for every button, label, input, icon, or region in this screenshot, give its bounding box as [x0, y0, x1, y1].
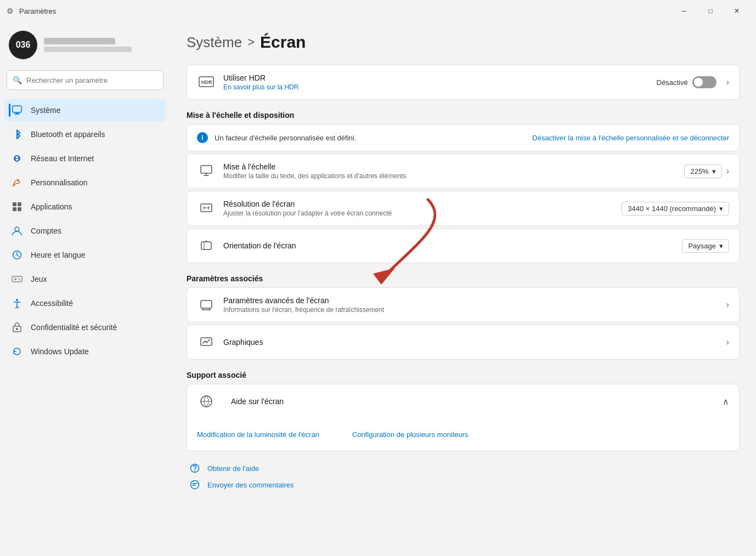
gaming-icon [11, 273, 23, 285]
personalization-icon [11, 177, 23, 189]
orientation-value: Paysage [688, 242, 716, 250]
params-avances-chevron[interactable]: › [726, 300, 729, 310]
info-banner-link[interactable]: Désactiver la mise à l'échelle personnal… [532, 134, 729, 142]
sidebar-item-comptes[interactable]: Comptes [4, 219, 166, 242]
privacy-icon [11, 321, 23, 333]
sidebar-item-comptes-label: Comptes [31, 226, 61, 235]
svg-point-9 [15, 227, 19, 231]
feedback-icon [189, 479, 201, 491]
orientation-card: Orientation de l'écran Paysage ▾ [187, 228, 740, 263]
svg-rect-30 [201, 300, 212, 308]
app-title: Paramètres [19, 7, 56, 15]
svg-point-18 [16, 299, 18, 301]
support-link-moniteurs[interactable]: Configuration de plusieurs moniteurs [352, 426, 469, 443]
aide-ecran-icon [197, 392, 216, 411]
sidebar-item-reseau-label: Réseau et Internet [31, 154, 94, 163]
sidebar-item-jeux[interactable]: Jeux [4, 268, 166, 291]
sidebar-item-systeme[interactable]: Système [4, 99, 166, 122]
params-avances-subtitle: Informations sur l'écran, fréquence de r… [223, 306, 726, 314]
feedback-link[interactable]: Envoyer des commentaires [189, 479, 737, 491]
aide-ecran-header[interactable]: Aide sur l'écran ∧ [187, 384, 739, 418]
feedback-text: Envoyer des commentaires [207, 481, 294, 489]
resolution-row[interactable]: Résolution de l'écran Ajuster la résolut… [187, 191, 739, 225]
graphiques-row[interactable]: Graphiques › [187, 325, 739, 359]
info-banner: i Un facteur d'échelle personnalisée est… [187, 124, 740, 151]
maximize-button[interactable]: □ [698, 2, 723, 20]
svg-rect-8 [18, 207, 21, 211]
resolution-value: 3440 × 1440 (recommandé) [628, 205, 716, 213]
sidebar-item-access-label: Accessibilité [31, 299, 73, 308]
minimize-button[interactable]: ─ [672, 2, 697, 20]
sidebar-item-bluetooth[interactable]: Bluetooth et appareils [4, 123, 166, 146]
aide-ecran-collapse-icon[interactable]: ∧ [723, 396, 729, 407]
params-avances-row[interactable]: Paramètres avancés de l'écran Informatio… [187, 288, 739, 322]
support-link-luminosite[interactable]: Modification de la luminosité de l'écran [197, 426, 319, 443]
mise-echelle-dropdown-chevron: ▾ [712, 167, 716, 175]
breadcrumb-current: Écran [260, 33, 306, 52]
search-icon: 🔍 [13, 76, 22, 84]
svg-point-39 [191, 481, 199, 489]
hdr-chevron-right[interactable]: › [726, 77, 729, 87]
mise-echelle-dropdown[interactable]: 225% ▾ [684, 164, 721, 178]
hdr-controls: Désactivé › [657, 76, 729, 88]
page-header: Système > Écran [187, 33, 740, 52]
orientation-dropdown[interactable]: Paysage ▾ [682, 239, 729, 253]
svg-point-17 [19, 279, 20, 280]
hdr-icon: HDR [197, 73, 216, 92]
close-button[interactable]: ✕ [724, 2, 749, 20]
obtenir-aide-link[interactable]: Obtenir de l'aide [189, 462, 737, 474]
app-icon: ⚙ [7, 7, 14, 15]
sidebar-item-heure[interactable]: Heure et langue [4, 243, 166, 266]
sidebar-item-update-label: Windows Update [31, 347, 89, 356]
graphiques-chevron-container: › [726, 337, 729, 347]
sidebar-item-access[interactable]: Accessibilité [4, 292, 166, 315]
resolution-subtitle: Ajuster la résolution pour l'adapter à v… [223, 209, 622, 217]
sidebar-item-systeme-label: Système [31, 106, 60, 115]
support-links: Modification de la luminosité de l'écran… [187, 418, 739, 451]
breadcrumb-parent[interactable]: Système [187, 34, 242, 51]
sidebar-item-reseau[interactable]: Réseau et Internet [4, 147, 166, 170]
graphiques-text: Graphiques [223, 338, 726, 347]
mise-echelle-chevron[interactable]: › [726, 166, 729, 176]
orientation-icon [197, 236, 216, 255]
orientation-row[interactable]: Orientation de l'écran Paysage ▾ [187, 229, 739, 263]
hdr-toggle[interactable] [692, 76, 716, 88]
nav-items: Système Bluetooth et appareils [0, 97, 170, 556]
params-avances-chevron-container: › [726, 300, 729, 310]
hdr-title: Utiliser HDR [223, 73, 657, 82]
sidebar-item-perso[interactable]: Personnalisation [4, 171, 166, 194]
search-input[interactable] [26, 76, 157, 84]
mise-echelle-title: Mise à l'échelle [223, 162, 684, 171]
user-profile[interactable]: 036 [0, 22, 170, 70]
mise-echelle-row[interactable]: Mise à l'échelle Modifier la taille du t… [187, 154, 739, 188]
sidebar-item-apps[interactable]: Applications [4, 195, 166, 218]
params-avances-title: Paramètres avancés de l'écran [223, 296, 726, 305]
hdr-row[interactable]: HDR Utiliser HDR En savoir plus sur la H… [187, 65, 739, 99]
svg-rect-0 [13, 106, 21, 112]
mise-echelle-text: Mise à l'échelle Modifier la taille du t… [223, 162, 684, 180]
window-controls: ─ □ ✕ [672, 2, 749, 20]
resolution-card: Résolution de l'écran Ajuster la résolut… [187, 191, 740, 226]
sidebar-item-bluetooth-label: Bluetooth et appareils [31, 130, 105, 139]
info-icon: i [197, 132, 208, 143]
svg-point-38 [194, 470, 195, 472]
mise-echelle-card: Mise à l'échelle Modifier la taille du t… [187, 154, 740, 189]
sidebar-item-confidentialite-label: Confidentialité et sécurité [31, 323, 117, 332]
mise-echelle-value: 225% [690, 167, 708, 175]
svg-rect-5 [13, 202, 16, 206]
user-email [44, 47, 132, 52]
svg-text:HDR: HDR [201, 80, 212, 85]
sidebar-item-update[interactable]: Windows Update [4, 340, 166, 363]
accounts-icon [11, 225, 23, 237]
svg-rect-23 [201, 166, 212, 173]
graphiques-title: Graphiques [223, 338, 726, 347]
app-container: 036 🔍 Sys [0, 22, 756, 556]
sidebar-item-apps-label: Applications [31, 202, 72, 211]
graphiques-chevron[interactable]: › [726, 337, 729, 347]
resolution-dropdown[interactable]: 3440 × 1440 (recommandé) ▾ [622, 202, 729, 215]
search-box[interactable]: 🔍 [7, 70, 163, 90]
orientation-title: Orientation de l'écran [223, 241, 682, 250]
mise-echelle-subtitle: Modifier la taille du texte, des applica… [223, 172, 684, 180]
sidebar-item-confidentialite[interactable]: Confidentialité et sécurité [4, 316, 166, 339]
hdr-link[interactable]: En savoir plus sur la HDR [223, 83, 657, 91]
